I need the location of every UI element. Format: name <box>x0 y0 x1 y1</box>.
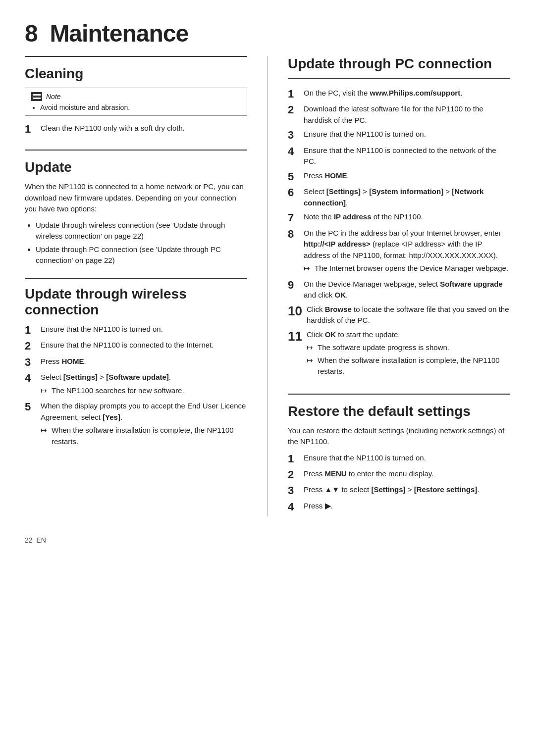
pc-step-8: 8 On the PC in the address bar of your I… <box>288 228 510 276</box>
restore-step-2: 2 Press MENU to enter the menu display. <box>288 468 510 481</box>
update-bullet-1: Update through wireless connection (see … <box>36 220 247 242</box>
pc-step-7: 7 Note the IP address of the NP1100. <box>288 211 510 224</box>
pc-step-11-sub-1: ↦ The software update progress is shown. <box>307 342 510 353</box>
uw-step-5: 5 When the display prompts you to accept… <box>25 401 247 449</box>
pc-step-1: 1 On the PC, visit the www.Philips.com/s… <box>288 88 510 101</box>
pc-step-11: 11 Click OK to start the update. ↦ The s… <box>288 329 510 379</box>
arrow-icon-4: ↦ <box>307 342 318 353</box>
uw-step-3: 3 Press HOME. <box>25 356 247 369</box>
pc-step-2: 2 Download the latest software file for … <box>288 103 510 126</box>
pc-step-8-sub: ↦ The Internet browser opens the Device … <box>304 261 510 274</box>
pc-step-6: 6 Select [Settings] > [System informatio… <box>288 186 510 208</box>
pc-step-10: 10 Click Browse to locate the software f… <box>288 304 510 326</box>
note-item: Avoid moisture and abrasion. <box>40 103 241 111</box>
update-bullet-2: Update through PC connection (see 'Updat… <box>36 244 247 266</box>
uw-step-1: 1 Ensure that the NP1100 is turned on. <box>25 324 247 337</box>
update-wireless-heading: Update through wireless connection <box>25 286 247 318</box>
update-pc-heading: Update through PC connection <box>288 56 510 72</box>
arrow-icon: ↦ <box>41 385 52 397</box>
update-wireless-divider <box>25 278 247 279</box>
pc-step-11-sub-2: ↦ When the software installation is comp… <box>307 355 510 377</box>
note-header: Note <box>31 92 241 101</box>
update-wireless-steps: 1 Ensure that the NP1100 is turned on. 2… <box>25 324 247 449</box>
uw-step-4-sub-1: ↦ The NP1100 searches for new software. <box>41 385 247 397</box>
uw-step-4-sub: ↦ The NP1100 searches for new software. <box>41 383 247 397</box>
restore-step-4: 4 Press ▶. <box>288 501 510 513</box>
cleaning-heading: Cleaning <box>25 66 247 82</box>
note-list: Avoid moisture and abrasion. <box>31 103 241 111</box>
cleaning-step-1: 1 Clean the NP1100 only with a soft dry … <box>25 123 247 136</box>
note-label: Note <box>46 93 61 101</box>
update-pc-divider <box>288 78 510 79</box>
update-pc-steps: 1 On the PC, visit the www.Philips.com/s… <box>288 88 510 379</box>
pc-step-3: 3 Ensure that the NP1100 is turned on. <box>288 129 510 142</box>
pc-step-9: 9 On the Device Manager webpage, select … <box>288 279 510 301</box>
page-footer: 22 EN <box>25 536 510 544</box>
uw-step-2: 2 Ensure that the NP1100 is connected to… <box>25 340 247 353</box>
uw-step-4: 4 Select [Settings] > [Software update].… <box>25 372 247 398</box>
update-intro: When the NP1100 is connected to a home n… <box>25 181 247 215</box>
uw-step-5-sub-1: ↦ When the software installation is comp… <box>41 425 247 447</box>
update-section: Update When the NP1100 is connected to a… <box>25 150 247 266</box>
restore-divider <box>288 394 510 395</box>
pc-step-4: 4 Ensure that the NP1100 is connected to… <box>288 145 510 167</box>
page-title-section: 8 Maintenance <box>25 20 510 47</box>
main-layout: Cleaning Note Avoid moisture and abrasio… <box>25 56 510 516</box>
update-divider <box>25 150 247 151</box>
restore-intro: You can restore the default settings (in… <box>288 425 510 448</box>
pc-step-8-sub-1: ↦ The Internet browser opens the Device … <box>304 263 510 274</box>
restore-step-3: 3 Press ▲▼ to select [Settings] > [Resto… <box>288 484 510 497</box>
arrow-icon-5: ↦ <box>307 355 318 366</box>
update-wireless-section: Update through wireless connection 1 Ens… <box>25 278 247 449</box>
restore-steps: 1 Ensure that the NP1100 is turned on. 2… <box>288 453 510 514</box>
restore-section: Restore the default settings You can res… <box>288 394 510 514</box>
restore-heading: Restore the default settings <box>288 403 510 419</box>
note-icon <box>31 92 42 101</box>
uw-step-5-sub: ↦ When the software installation is comp… <box>41 423 247 447</box>
cleaning-steps: 1 Clean the NP1100 only with a soft dry … <box>25 123 247 136</box>
page-container: 8 Maintenance Cleaning Note Avoid moistu… <box>25 20 510 544</box>
left-column: Cleaning Note Avoid moisture and abrasio… <box>25 56 247 516</box>
note-box: Note Avoid moisture and abrasion. <box>25 88 247 116</box>
page-title: 8 Maintenance <box>25 20 510 47</box>
cleaning-divider <box>25 56 247 57</box>
arrow-icon-3: ↦ <box>304 263 315 274</box>
pc-step-5: 5 Press HOME. <box>288 170 510 183</box>
arrow-icon-2: ↦ <box>41 425 52 436</box>
pc-step-11-sub: ↦ The software update progress is shown.… <box>307 340 510 377</box>
update-heading: Update <box>25 159 247 175</box>
right-column: Update through PC connection 1 On the PC… <box>267 56 510 516</box>
restore-step-1: 1 Ensure that the NP1100 is turned on. <box>288 453 510 465</box>
update-bullets: Update through wireless connection (see … <box>25 220 247 266</box>
